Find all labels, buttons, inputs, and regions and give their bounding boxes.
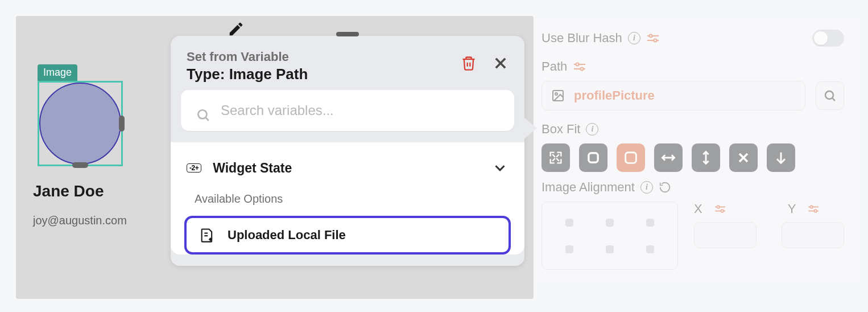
alignment-grid[interactable] [542,202,678,270]
label-path: Path [542,59,567,74]
svg-point-13 [576,63,579,66]
boxfit-fitheight[interactable] [692,143,720,172]
path-search-button[interactable] [816,81,844,110]
svg-point-9 [649,35,652,38]
svg-line-19 [833,98,835,101]
svg-point-4 [198,110,206,118]
svg-point-28 [717,206,719,208]
align-dot[interactable] [606,245,614,253]
row-path-input: profilePicture [542,81,844,110]
path-input[interactable]: profilePicture [542,81,805,110]
settings-mini-icon[interactable] [573,61,588,72]
properties-panel: Use Blur Hash i Path profilePicture Box … [542,30,853,270]
drag-handle[interactable] [336,32,359,36]
option-uploaded-local-file[interactable]: Uploaded Local File [184,216,511,254]
popup-body: -2+ Widget State Available Options Uploa… [171,142,524,254]
section-widget-state[interactable]: -2+ Widget State [171,153,524,183]
section-badge: -2+ [187,163,201,173]
row-alignment-label: Image Alignment i [542,180,844,195]
align-dot[interactable] [646,245,654,253]
image-element-badge: Image [38,64,77,81]
label-use-blur-hash: Use Blur Hash [542,31,622,46]
option-label: Uploaded Local File [228,228,346,243]
profile-name-text: Jane Doe [33,182,164,200]
info-icon[interactable]: i [586,123,598,136]
boxfit-none[interactable] [729,143,758,172]
boxfit-cover[interactable] [617,143,645,172]
search-wrap [171,90,524,142]
info-icon[interactable]: i [628,32,640,44]
align-dot[interactable] [646,219,654,227]
search-input[interactable] [181,90,514,131]
x-input[interactable] [694,222,757,248]
reset-icon[interactable] [659,181,671,194]
popup-header: Set from Variable Type: Image Path [171,36,524,90]
trash-icon[interactable] [461,55,477,71]
boxfit-contain[interactable] [579,143,607,172]
svg-line-5 [206,118,209,121]
resize-handle-bottom[interactable] [72,162,88,168]
align-dot[interactable] [565,245,573,253]
svg-point-11 [654,39,656,42]
resize-handle-right[interactable] [119,116,125,132]
search-icon [196,108,210,122]
pencil-icon[interactable] [228,20,245,38]
boxfit-options [542,143,844,172]
svg-point-30 [721,210,723,212]
set-from-variable-popup: Set from Variable Type: Image Path -2+ W… [171,36,524,266]
boxfit-scaledown[interactable] [767,143,795,172]
popup-title: Type: Image Path [187,65,461,83]
y-input[interactable] [782,222,844,248]
settings-mini-icon[interactable] [714,204,728,214]
label-boxfit: Box Fit [542,122,580,137]
row-path-label: Path [542,59,844,74]
settings-mini-icon[interactable] [646,33,661,43]
svg-rect-21 [626,153,636,163]
popup-subtitle: Set from Variable [187,50,461,64]
align-dot[interactable] [606,219,614,227]
info-icon[interactable]: i [640,181,653,194]
svg-rect-20 [589,153,598,162]
path-value: profilePicture [574,88,655,103]
row-use-blur-hash: Use Blur Hash i [542,30,844,47]
popup-pointer [523,117,537,139]
file-upload-icon [199,227,215,243]
chevron-down-icon [491,159,509,176]
row-boxfit-label: Box Fit i [542,122,844,137]
settings-mini-icon[interactable] [807,204,821,214]
boxfit-fitwidth[interactable] [654,143,683,172]
label-alignment: Image Alignment [542,180,635,195]
profile-card: Image Jane Doe joy@augustin.com [33,64,164,227]
image-icon [551,89,565,102]
boxfit-fill[interactable] [542,143,570,172]
blur-hash-toggle[interactable] [812,30,844,47]
close-icon[interactable] [493,55,509,71]
y-label: Y [788,202,796,216]
available-options-label: Available Options [171,183,524,212]
section-title: Widget State [213,161,480,176]
svg-point-18 [825,91,833,99]
profile-image-circle [39,83,121,165]
alignment-controls: X Y [542,202,844,270]
profile-email-text: joy@augustin.com [33,214,164,227]
align-dot[interactable] [565,219,573,227]
x-label: X [694,202,702,216]
svg-point-32 [811,206,813,208]
svg-point-17 [555,93,557,95]
profile-image-container[interactable] [38,81,123,166]
svg-point-34 [815,210,817,212]
svg-point-15 [581,68,584,71]
